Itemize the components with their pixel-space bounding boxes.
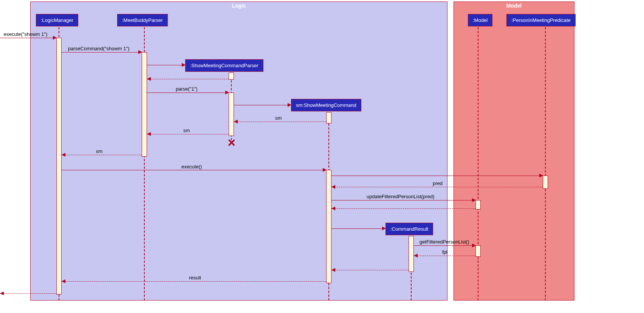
- sm2-label: sm: [183, 128, 190, 133]
- logic-manager-label: :LogicManager: [41, 17, 73, 23]
- execute1-arrowhead: [53, 36, 57, 40]
- parse-arrowhead: [225, 91, 229, 94]
- execute2-arrowhead: [323, 168, 327, 172]
- sm2-arrowhead: [147, 132, 151, 136]
- show-meeting-command-activation1: [326, 112, 331, 123]
- execute2-arrow: [62, 170, 326, 170]
- parseCommand-arrow: [62, 52, 142, 52]
- sm3-arrowhead: [62, 153, 65, 157]
- update-fpl-return-arrowhead: [331, 207, 335, 210]
- pred-return-arrow: [331, 187, 543, 187]
- update-fpl-label: updateFilteredPersonList(pred): [367, 194, 434, 199]
- meet-buddy-parser-object: :MeetBuddyParser: [117, 14, 168, 26]
- command-result-activation: [409, 236, 414, 272]
- model-lifeline: [478, 27, 478, 301]
- create-cr-arrowhead: [382, 227, 386, 230]
- person-in-meeting-predicate-label: :PersonInMeetingPredicate: [511, 17, 571, 23]
- parseCommand-arrowhead: [138, 50, 142, 54]
- create-cr-arrow: [331, 228, 385, 229]
- return-smcp-arrowhead: [147, 77, 151, 81]
- show-meeting-command-parser-activation2: [229, 93, 234, 136]
- update-fpl-arrowhead: [472, 198, 476, 202]
- sm2-arrow: [147, 134, 229, 134]
- command-result-label: :CommandResult: [390, 226, 428, 232]
- parseCommand-label: parseCommand("showm 1"): [68, 46, 129, 51]
- show-meeting-command-label: sm:ShowMeetingCommand: [296, 102, 356, 108]
- person-in-meeting-predicate-object: :PersonInMeetingPredicate: [506, 14, 576, 26]
- pred-return-arrowhead: [331, 185, 335, 189]
- meet-buddy-parser-label: :MeetBuddyParser: [122, 17, 163, 23]
- get-fpl-label: getFilteredPersonList(): [420, 239, 469, 245]
- execute2-label: execute(): [181, 164, 202, 170]
- create-smc-arrow: [234, 105, 291, 105]
- create-smc-arrowhead: [288, 103, 291, 107]
- pred-label: pred: [433, 180, 443, 186]
- fpl-return-arrowhead: [414, 254, 418, 257]
- final-return-arrow: [0, 293, 56, 294]
- final-return-arrowhead: [0, 291, 4, 295]
- model-title: Model: [506, 3, 522, 9]
- person-in-meeting-predicate-activation: [543, 176, 548, 189]
- sm3-label: sm: [96, 148, 102, 154]
- show-meeting-command-parser-label: :ShowMeetingCommandParser: [190, 63, 259, 68]
- command-result-object: :CommandResult: [385, 223, 433, 235]
- logic-title: Logic: [232, 3, 246, 9]
- cr-return-arrowhead: [331, 268, 335, 272]
- create-pred-arrow: [331, 176, 543, 176]
- model-label: :Model: [473, 17, 488, 23]
- show-meeting-command-activation2: [326, 170, 331, 283]
- return-smcp-arrow: [147, 79, 229, 79]
- fpl-return-arrow: [414, 256, 475, 256]
- create-smcp-arrow: [147, 65, 185, 65]
- get-fpl-arrowhead: [472, 244, 476, 247]
- result-label: result: [189, 275, 201, 281]
- update-fpl-arrow: [331, 200, 475, 200]
- show-meeting-command-parser-activation1: [229, 72, 234, 80]
- model-object: :Model: [468, 14, 492, 26]
- result-return-arrowhead: [62, 279, 65, 283]
- fpl-label: fpl: [442, 249, 447, 255]
- destroy-smcp-icon: ✕: [227, 137, 236, 149]
- logic-manager-activation: [56, 38, 62, 294]
- parse-label: parse("1"): [176, 86, 198, 92]
- execute1-label: execute("showm 1"): [4, 31, 47, 37]
- meet-buddy-parser-activation: [142, 52, 147, 157]
- execute1-arrow: [0, 38, 56, 38]
- show-meeting-command-parser-object: :ShowMeetingCommandParser: [185, 59, 263, 72]
- update-fpl-return-arrow: [331, 208, 475, 209]
- model-activation2: [475, 245, 481, 257]
- sequence-diagram: Logic Model :LogicManager :MeetBuddyPars…: [0, 0, 644, 313]
- show-meeting-command-object: sm:ShowMeetingCommand: [291, 99, 361, 111]
- sm3-arrow: [62, 155, 142, 155]
- model-activation1: [475, 200, 481, 210]
- sm1-arrow: [234, 122, 326, 122]
- logic-manager-object: :LogicManager: [36, 14, 78, 26]
- create-smcp-arrowhead: [182, 63, 186, 67]
- person-in-meeting-predicate-lifeline: [545, 27, 546, 301]
- parse-arrow: [147, 93, 229, 93]
- create-pred-arrowhead: [539, 174, 543, 177]
- cr-return-arrow: [331, 270, 409, 270]
- result-return-arrow: [62, 281, 326, 282]
- get-fpl-arrow: [414, 245, 475, 246]
- sm1-label: sm: [275, 115, 282, 121]
- sm1-arrowhead: [234, 120, 238, 123]
